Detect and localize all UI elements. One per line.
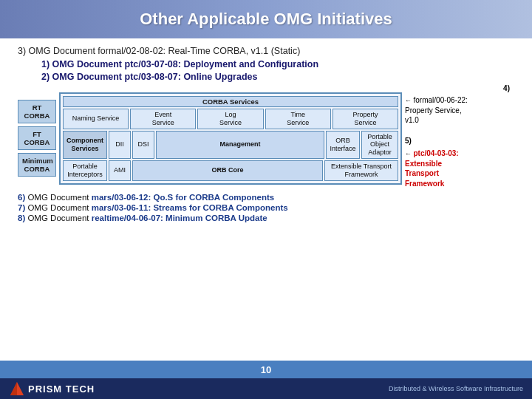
brand-logo: PRISM TECH xyxy=(9,381,95,397)
portable-interceptors-box: PortableInterceptors xyxy=(63,160,107,181)
property-service-box: PropertyService xyxy=(332,109,398,129)
brand-name: PRISM TECH xyxy=(28,383,95,395)
page-number: 10 xyxy=(261,364,271,375)
rt-corba-box: RTCORBA xyxy=(18,100,56,123)
bottom-item-6: 6) OMG Document mars/03-06-12: Qo.S for … xyxy=(18,193,514,202)
services-row: Naming Service EventService LogService T… xyxy=(63,109,398,129)
prism-icon xyxy=(9,381,25,397)
portable-object-adaptor-box: PortableObjectAdaptor xyxy=(361,131,398,159)
mgmt-row: ComponentServices DII DSI Management ORB… xyxy=(63,131,398,159)
page-root: Other Applicable OMG Initiatives 3) OMG … xyxy=(0,0,532,399)
bottom-list: 6) OMG Document mars/03-06-12: Qo.S for … xyxy=(18,191,514,225)
annotation-5-label: 5) xyxy=(405,136,514,146)
time-service-box: TimeService xyxy=(265,109,331,129)
corba-services-label: CORBA Services xyxy=(63,96,398,107)
annotation-5: ← ptc/04-03-03:ExtensibleTransportFramew… xyxy=(405,149,514,188)
management-box: Management xyxy=(156,131,324,159)
svg-marker-1 xyxy=(10,382,17,395)
brand-bar: PRISM TECH Distributed & Wireless Softwa… xyxy=(0,378,532,399)
header: Other Applicable OMG Initiatives xyxy=(0,0,532,38)
minimum-corba-box: MinimumCORBA xyxy=(18,153,56,177)
doc-item-2sub: 2) OMG Document ptc/03-08-07: Online Upg… xyxy=(41,72,514,82)
orb-interface-box: ORBInterface xyxy=(326,131,360,159)
footer: 10 xyxy=(0,361,532,378)
page-title: Other Applicable OMG Initiatives xyxy=(140,10,392,29)
diagram-container: RTCORBA FTCORBA MinimumCORBA CORBA Servi… xyxy=(18,92,514,188)
main-diagram: CORBA Services Naming Service EventServi… xyxy=(59,92,402,185)
orb-core-box: ORB Core xyxy=(132,160,323,181)
right-annotations: ← formal/00-06-22:Property Service,v1.0 … xyxy=(405,95,514,188)
ft-corba-box: FTCORBA xyxy=(18,126,56,150)
brand-tagline: Distributed & Wireless Software Infrastr… xyxy=(389,385,523,392)
main-content: 3) OMG Document formal/02-08-02: Real-Ti… xyxy=(0,38,532,361)
dii-box: DII xyxy=(109,131,131,159)
left-corba-boxes: RTCORBA FTCORBA MinimumCORBA xyxy=(18,100,56,177)
orb-core-row: PortableInterceptors AMI ORB Core Extens… xyxy=(63,160,398,181)
annotation-4: ← formal/00-06-22:Property Service,v1.0 xyxy=(405,95,514,126)
ami-box: AMI xyxy=(109,160,131,181)
component-services-box: ComponentServices xyxy=(63,131,107,159)
sub-items: 1) OMG Document ptc/03-07-08: Deployment… xyxy=(18,59,514,82)
naming-service-box: Naming Service xyxy=(63,109,129,129)
doc-item-1sub: 1) OMG Document ptc/03-07-08: Deployment… xyxy=(41,59,514,69)
doc-item-3: 3) OMG Document formal/02-08-02: Real-Ti… xyxy=(18,46,514,56)
annotation-4-header: 4) xyxy=(18,84,514,92)
bottom-item-8: 8) OMG Document realtime/04-06-07: Minim… xyxy=(18,214,514,222)
extensible-transport-box: Extensible TransportFramework xyxy=(324,160,398,181)
log-service-box: LogService xyxy=(197,109,263,129)
event-service-box: EventService xyxy=(130,109,196,129)
dsi-box: DSI xyxy=(132,131,154,159)
bottom-item-7: 7) OMG Document mars/03-06-11: Streams f… xyxy=(18,203,514,212)
